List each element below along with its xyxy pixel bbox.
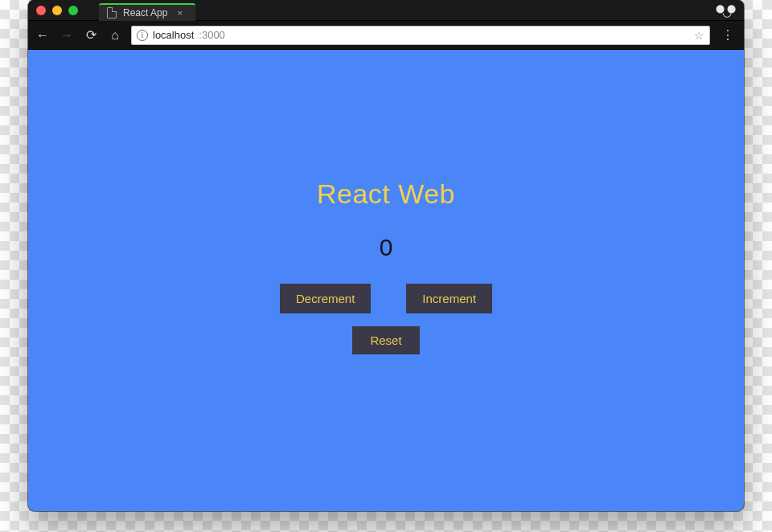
browser-window: React App × ⬤ ⬤ ◡ ← → ⟳ ⌂ i localhost:30… (28, 0, 744, 511)
window-close-button[interactable] (36, 6, 46, 15)
window-zoom-button[interactable] (68, 6, 78, 15)
menu-icon[interactable]: ⋮ (718, 27, 737, 43)
url-host: localhost (153, 29, 194, 41)
decrement-button[interactable]: Decrement (280, 284, 371, 313)
counter-value: 0 (380, 234, 393, 261)
window-minimize-button[interactable] (52, 6, 62, 15)
reset-button[interactable]: Reset (352, 326, 419, 354)
url-port: :3000 (199, 29, 225, 41)
document-icon (107, 7, 117, 18)
star-icon[interactable]: ☆ (694, 29, 704, 42)
address-bar[interactable]: i localhost:3000 ☆ (131, 26, 710, 45)
incognito-icon: ⬤ ⬤ ◡ (716, 6, 736, 14)
tab-title: React App (123, 7, 167, 18)
page-title: React Web (317, 178, 455, 210)
button-row-2: Reset (352, 326, 419, 354)
increment-button[interactable]: Increment (406, 284, 492, 313)
traffic-lights (36, 6, 78, 15)
titlebar: React App × ⬤ ⬤ ◡ (28, 0, 744, 21)
home-icon[interactable]: ⌂ (107, 28, 123, 43)
button-row: Decrement Increment (280, 284, 492, 313)
reload-icon[interactable]: ⟳ (83, 27, 99, 43)
browser-tab[interactable]: React App × (99, 3, 195, 21)
toolbar: ← → ⟳ ⌂ i localhost:3000 ☆ ⋮ (28, 21, 744, 50)
close-icon[interactable]: × (177, 8, 182, 18)
forward-icon: → (59, 28, 75, 43)
back-icon[interactable]: ← (35, 28, 51, 43)
info-icon[interactable]: i (137, 30, 148, 41)
page-content: React Web 0 Decrement Increment Reset (28, 50, 744, 511)
